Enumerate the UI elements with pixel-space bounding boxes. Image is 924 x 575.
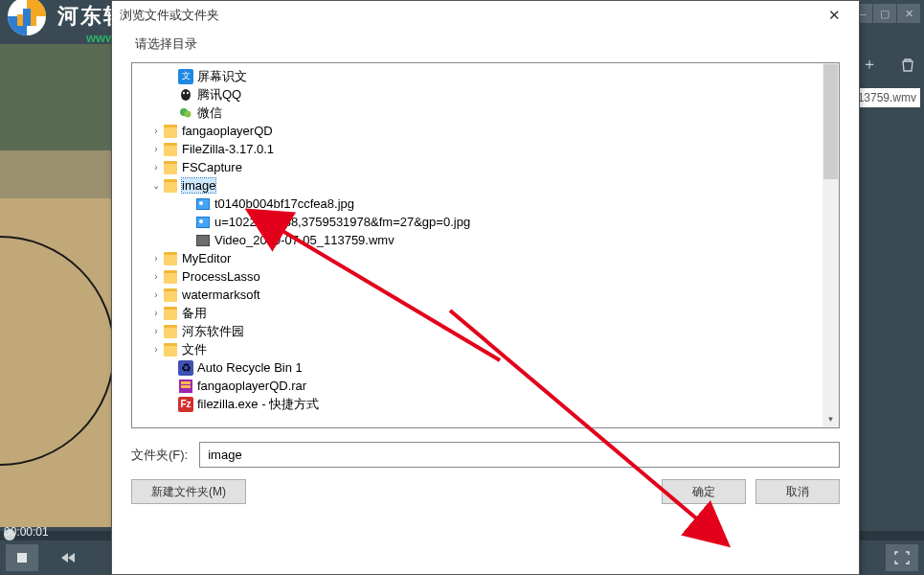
prev-button[interactable]	[52, 544, 84, 571]
tree-item-label: 屏幕识文	[197, 68, 247, 85]
add-icon[interactable]: ＋	[859, 54, 880, 75]
tree-item-label: FSCapture	[182, 160, 242, 174]
tree-item-label: image	[182, 178, 215, 193]
expand-toggle-icon[interactable]: ›	[149, 271, 163, 282]
tree-item[interactable]: 文屏幕识文	[132, 67, 839, 85]
tree-item-label: Video_2019-07-05_113759.wmv	[214, 233, 394, 247]
dialog-button-row: 新建文件夹(M) 确定 取消	[131, 479, 840, 504]
fullscreen-button[interactable]	[886, 544, 918, 571]
filezilla-icon: Fz	[178, 397, 193, 412]
dialog-titlebar: 浏览文件或文件夹 ✕	[112, 1, 859, 30]
dialog-instruction: 请选择目录	[112, 30, 859, 62]
dialog-title: 浏览文件或文件夹	[120, 7, 219, 24]
svg-rect-1	[23, 9, 31, 26]
expand-toggle-icon[interactable]: ›	[149, 308, 163, 318]
tree-item[interactable]: u=1022109268,3759531978&fm=27&gp=0.jpg	[132, 213, 839, 231]
tree-item[interactable]: t0140b004bf17ccfea8.jpg	[132, 195, 839, 213]
svg-rect-4	[17, 553, 27, 563]
tree-item[interactable]: ›MyEditor	[132, 249, 839, 267]
expand-toggle-icon[interactable]: ›	[149, 344, 163, 355]
close-button[interactable]: ✕	[897, 4, 920, 23]
tree-item[interactable]: ›备用	[132, 304, 839, 322]
svg-point-9	[185, 110, 192, 117]
delete-icon[interactable]	[897, 54, 918, 75]
tree-item-label: FileZilla-3.17.0.1	[182, 142, 274, 156]
folder-icon	[163, 342, 178, 357]
tree-item-label: fangaoplayerQD.rar	[197, 379, 306, 393]
tree-item[interactable]: ♻Auto Recycle Bin 1	[132, 358, 839, 377]
tree-item[interactable]: 腾讯QQ	[132, 85, 839, 104]
timecode: 00:00:01	[4, 525, 49, 539]
folder-name-input[interactable]	[199, 442, 840, 468]
tree-item[interactable]: ›FSCapture	[132, 158, 839, 176]
tree-item-label: 备用	[182, 305, 207, 322]
tree-item-label: fangaoplayerQD	[182, 124, 273, 138]
folder-icon	[163, 142, 178, 157]
tree-item[interactable]: ›河东软件园	[132, 322, 839, 340]
wechat-icon	[178, 105, 193, 121]
tree-item[interactable]: ›fangaoplayerQD	[132, 122, 839, 140]
folder-tree: 文屏幕识文腾讯QQ微信›fangaoplayerQD›FileZilla-3.1…	[131, 62, 840, 428]
ok-button[interactable]: 确定	[662, 479, 746, 504]
maximize-button[interactable]: ▢	[873, 4, 896, 23]
svg-point-6	[183, 91, 185, 94]
browse-folder-dialog: 浏览文件或文件夹 ✕ 请选择目录 文屏幕识文腾讯QQ微信›fangaoplaye…	[111, 0, 860, 575]
scroll-thumb[interactable]	[823, 64, 838, 179]
tree-item[interactable]: ›ProcessLasso	[132, 267, 839, 286]
cancel-button[interactable]: 取消	[755, 479, 840, 504]
rar-icon	[178, 379, 193, 394]
tree-item[interactable]: ›watermarksoft	[132, 286, 839, 304]
tree-item-label: 河东软件园	[182, 323, 244, 340]
tree-item[interactable]: ›FileZilla-3.17.0.1	[132, 140, 839, 158]
expand-toggle-icon[interactable]: ›	[149, 253, 163, 264]
tree-item-label: 微信	[197, 104, 222, 122]
tree-item-label: MyEditor	[182, 251, 231, 265]
svg-rect-3	[31, 14, 36, 26]
folder-icon	[163, 288, 178, 303]
tree-item-label: 腾讯QQ	[197, 86, 241, 104]
expand-toggle-icon[interactable]: ›	[149, 289, 163, 300]
tree-item[interactable]: Video_2019-07-05_113759.wmv	[132, 231, 839, 249]
folder-icon	[163, 160, 178, 175]
new-folder-button[interactable]: 新建文件夹(M)	[131, 479, 246, 504]
tree-item[interactable]: 微信	[132, 104, 839, 122]
tree-item[interactable]: ⌄image	[132, 176, 839, 195]
tree-item[interactable]: fangaoplayerQD.rar	[132, 377, 839, 395]
folder-icon	[163, 324, 178, 339]
tree-item[interactable]: Fzfilezilla.exe - 快捷方式	[132, 395, 839, 413]
image-file-icon	[195, 196, 211, 212]
svg-rect-12	[181, 385, 191, 388]
recycle-icon: ♻	[178, 360, 193, 376]
svg-point-7	[187, 91, 189, 94]
expand-toggle-icon[interactable]: ›	[149, 126, 163, 136]
folder-icon	[163, 306, 178, 321]
expand-toggle-icon[interactable]: ›	[149, 326, 163, 336]
folder-icon	[163, 178, 178, 194]
expand-toggle-icon[interactable]: ⌄	[149, 180, 163, 191]
tree-item[interactable]: ›文件	[132, 340, 839, 358]
video-file-icon	[195, 233, 211, 248]
expand-toggle-icon[interactable]: ›	[149, 144, 163, 154]
playlist-item[interactable]: 13759.wmv	[854, 88, 920, 107]
tree-item-label: Auto Recycle Bin 1	[197, 360, 303, 375]
svg-rect-2	[17, 14, 23, 26]
folder-icon	[163, 124, 178, 139]
svg-point-5	[181, 89, 191, 101]
folder-icon	[163, 269, 178, 285]
tree-item-label: ProcessLasso	[182, 269, 260, 284]
tree-scrollbar[interactable]: ▲ ▼	[823, 63, 839, 427]
image-file-icon	[195, 215, 211, 230]
tree-item-label: 文件	[182, 341, 207, 358]
play-button[interactable]	[6, 544, 38, 571]
svg-rect-11	[181, 381, 191, 384]
main-window: 河东软件园 www.pc0359.cn — ▢ ✕ ＋ 13759.wmv 00…	[0, 0, 924, 575]
scroll-down-icon[interactable]: ▼	[823, 411, 839, 427]
qq-icon	[178, 87, 193, 103]
folder-field-row: 文件夹(F):	[131, 442, 840, 468]
tree-item-label: u=1022109268,3759531978&fm=27&gp=0.jpg	[214, 215, 470, 229]
expand-toggle-icon[interactable]: ›	[149, 162, 163, 172]
tree-item-label: t0140b004bf17ccfea8.jpg	[214, 196, 354, 211]
dialog-close-button[interactable]: ✕	[817, 2, 851, 29]
toolbar-right: ＋	[859, 54, 918, 75]
video-preview	[0, 44, 124, 527]
